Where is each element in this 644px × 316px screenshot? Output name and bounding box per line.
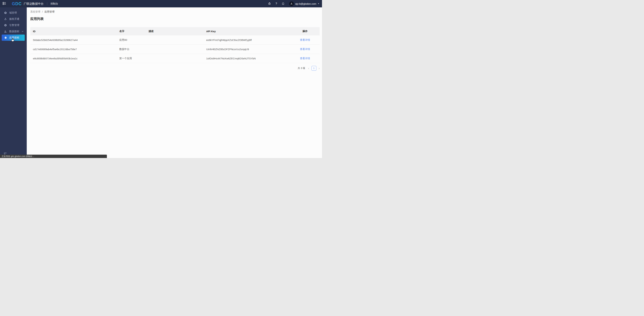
heart-hand-icon [4, 18, 7, 20]
hexagon-nut-icon [4, 11, 7, 14]
table-row: 50dabc52b6254e638b95a15288627a44 应用00 ee… [30, 35, 320, 45]
breadcrumb-parent[interactable]: 系统管理 [30, 10, 40, 13]
pagination: 共 3 项 ‹ 1 › [30, 66, 320, 71]
user-gear-icon [4, 30, 7, 33]
topbar-right: ? qiy-b@glodon.com ▼ [268, 1, 322, 6]
cell-app-description [148, 45, 206, 54]
cell-app-id: 50dabc52b6254e638b95a15288627a44 [30, 35, 119, 45]
app-table: ID 名字 描述 API Key 操作 50dabc52b6254e638b95… [30, 27, 320, 63]
table-body: 50dabc52b6254e638b95a15288627a44 应用00 ee… [30, 35, 320, 63]
cell-api-key: UIrihHl0ZhiZ85cDFZPNcsrUu2srqqU9 [206, 45, 290, 54]
profile-list-icon [2, 2, 6, 6]
main-content: 系统管理 / 应用管理 应用列表 ID 名字 描述 API Key 操作 50d… [27, 7, 322, 158]
console-nav-link[interactable]: 控制台 [50, 2, 58, 5]
prev-page-icon[interactable]: ‹ [308, 66, 309, 70]
cell-app-name: 应用00 [119, 35, 148, 45]
sidebar-item-engine-mgmt[interactable]: 引擎管理 [0, 22, 27, 28]
brand-title: 广联达数据中台 [24, 2, 44, 6]
app-window: GDC 广联达数据中台 控制台 ? [0, 0, 322, 158]
pagination-total: 共 3 项 [298, 67, 305, 70]
gdc-logo: GDC [12, 1, 22, 6]
sidebar-menu: 域管理 服务开通 引擎管理 [0, 7, 27, 41]
sidebar-item-domain-mgmt[interactable]: 域管理 [0, 10, 27, 16]
table-row: e8c809b9b5734ee8a395d05d43b1ea1c 第一个应用 1… [30, 54, 320, 63]
next-page-icon[interactable]: › [319, 66, 320, 70]
column-header-apikey: API Key [206, 27, 290, 35]
caret-down-icon: ▼ [318, 3, 319, 4]
topbar: GDC 广联达数据中台 控制台 ? [0, 0, 322, 7]
breadcrumb-separator: / [42, 10, 43, 13]
sidebar-item-service-activation[interactable]: 服务开通 [0, 16, 27, 22]
column-header-desc: 描述 [148, 27, 206, 35]
bell-icon[interactable] [282, 2, 285, 5]
breadcrumb-current: 应用管理 [44, 10, 54, 13]
cursor-hand-icon [11, 38, 14, 42]
page-title: 应用列表 [30, 16, 320, 21]
browser-status-bar: 正在等待 gdc.glodon.com 的响应... [0, 155, 107, 158]
bug-icon[interactable] [268, 2, 271, 5]
avatar [289, 1, 294, 6]
cell-api-key: 1olOo9Hs447NcKw6ZECmq6DSeNJTSYbN [206, 54, 290, 63]
hexagon-nut-icon [4, 24, 7, 27]
table-row: cd17e60689ab4ef5a4bc2012dba758e7 数据中台 UI… [30, 45, 320, 54]
cell-app-description [148, 35, 206, 45]
chevron-down-icon [22, 30, 24, 32]
page-number-button[interactable]: 1 [312, 66, 316, 71]
sidebar-item-label: 数据授权 [9, 30, 19, 33]
cell-app-id: cd17e60689ab4ef5a4bc2012dba758e7 [30, 45, 119, 54]
cell-api-key: ee6kYFmt7qjhWppXZsC9scZOBWEyj6ff [206, 35, 290, 45]
topbar-divider [47, 2, 47, 5]
user-email: qiy-b@glodon.com [295, 2, 316, 5]
sidebar-toggle-button[interactable] [0, 0, 8, 7]
help-icon[interactable]: ? [276, 2, 277, 5]
cell-app-id: e8c809b9b5734ee8a395d05d43b1ea1c [30, 54, 119, 63]
breadcrumb: 系统管理 / 应用管理 [30, 10, 320, 13]
column-header-name: 名字 [119, 27, 148, 35]
cell-app-name: 数据中台 [119, 45, 148, 54]
sidebar: 域管理 服务开通 引擎管理 [0, 7, 27, 158]
sidebar-item-label: 引擎管理 [9, 24, 19, 27]
user-menu[interactable]: qiy-b@glodon.com ▼ [289, 1, 319, 6]
column-header-actions: 操作 [290, 27, 320, 35]
sidebar-item-label: 域管理 [9, 11, 17, 14]
column-header-id: ID [30, 27, 119, 35]
cell-app-name: 第一个应用 [119, 54, 148, 63]
sidebar-item-label: 服务开通 [9, 17, 19, 21]
view-details-link[interactable]: 查看详情 [300, 38, 310, 41]
cell-app-description [148, 54, 206, 63]
brand[interactable]: GDC 广联达数据中台 [12, 1, 44, 6]
table-header: ID 名字 描述 API Key 操作 [30, 27, 320, 35]
cube-icon [4, 36, 7, 39]
sidebar-item-data-auth[interactable]: 数据授权 [0, 28, 27, 34]
view-details-link[interactable]: 查看详情 [300, 57, 310, 60]
view-details-link[interactable]: 查看详情 [300, 48, 310, 50]
